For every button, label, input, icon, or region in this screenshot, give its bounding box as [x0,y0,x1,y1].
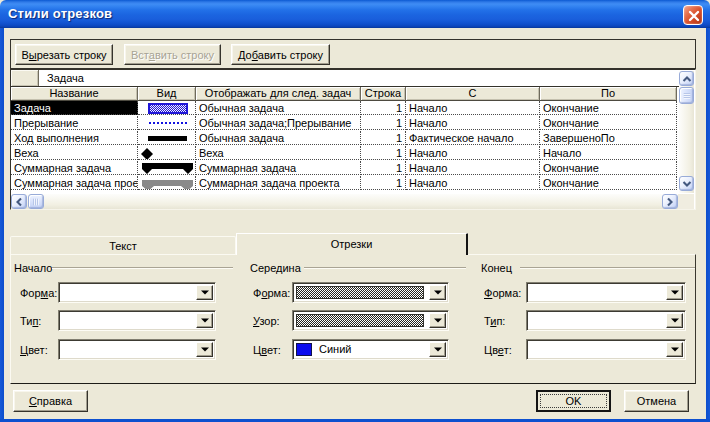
cell-from[interactable]: Начало [406,146,540,160]
window-border-left [0,28,4,422]
dropdown-arrow-icon[interactable] [666,342,683,357]
cell-to[interactable]: Окончание [540,116,677,130]
help-button[interactable]: Справка [13,390,88,412]
end-type-combobox[interactable] [526,310,686,331]
cell-name[interactable]: Задача [11,101,138,115]
cell-from[interactable]: Начало [406,176,540,190]
cell-name[interactable]: Прерывание [11,116,138,130]
cell-to[interactable]: Окончание [540,101,677,115]
cell-from[interactable]: Начало [406,161,540,175]
horizontal-scrollbar[interactable] [11,194,678,209]
dropdown-arrow-icon[interactable] [196,313,213,328]
cell-show-for[interactable]: Веха [196,146,361,160]
dropdown-arrow-icon[interactable] [429,342,446,357]
title-bar[interactable]: Стили отрезков [0,0,710,28]
cell-appearance[interactable] [138,131,196,145]
scroll-left-icon [16,197,22,206]
task-bar-shape [148,103,188,114]
middle-color-value: Синий [319,343,351,355]
cell-row[interactable]: 1 [361,176,406,190]
cell-to[interactable]: ЗавершеноПо [540,131,677,145]
dropdown-arrow-icon[interactable] [196,342,213,357]
cell-from[interactable]: Начало [406,116,540,130]
cell-appearance[interactable] [138,116,196,130]
dropdown-arrow-icon[interactable] [429,285,446,300]
cell-appearance[interactable] [138,146,196,160]
scroll-up-button[interactable] [679,71,694,86]
cell-appearance[interactable] [138,176,196,190]
cell-name[interactable]: Ход выполнения [11,131,138,145]
paste-row-button[interactable]: Вставить строку [124,44,221,65]
cell-to[interactable]: Окончание [540,176,677,190]
group-end-separator [520,267,695,269]
column-header-name[interactable]: Название [11,87,138,101]
dropdown-arrow-icon[interactable] [666,285,683,300]
column-header-to[interactable]: По [540,87,677,101]
table-row[interactable]: Веха Веха 1 Начало Начало [11,146,677,161]
table-row[interactable]: Суммарная задача Суммарная задача 1 Нача… [11,161,677,176]
cell-to[interactable]: Начало [540,146,677,160]
tab-text[interactable]: Текст [10,236,236,254]
color-swatch-blue [296,343,312,356]
entry-value[interactable]: Задача [47,72,84,84]
scroll-right-button[interactable] [662,194,678,209]
table-row[interactable]: Ход выполнения Обычная задача 1 Фактичес… [11,131,677,146]
middle-color-combobox[interactable]: Синий [292,339,449,360]
cell-from[interactable]: Фактическое начало [406,131,540,145]
table-row[interactable]: Прерывание Обычная задача;Прерывание 1 Н… [11,116,677,131]
cell-show-for[interactable]: Обычная задача [196,101,361,115]
cell-show-for[interactable]: Суммарная задача [196,161,361,175]
cell-name[interactable]: Суммарная задача [11,161,138,175]
close-button[interactable] [683,5,703,25]
cell-from[interactable]: Начало [406,101,540,115]
start-color-combobox[interactable] [58,339,216,360]
middle-shape-combobox[interactable] [292,282,449,303]
cell-row[interactable]: 1 [361,161,406,175]
insert-row-button[interactable]: Добавить строку [231,44,330,65]
cancel-button[interactable]: Отмена [624,390,689,412]
column-header-from[interactable]: С [406,87,540,101]
end-shape-combobox[interactable] [526,282,686,303]
summary-bar-shape [142,163,194,175]
scroll-down-icon [682,181,691,187]
cell-name[interactable]: Веха [11,146,138,160]
scroll-up-icon [682,76,691,82]
cut-row-button[interactable]: Вырезать строку [15,44,113,65]
group-start-title: Начало [14,262,52,274]
cell-row[interactable]: 1 [361,116,406,130]
window-border-right [706,28,710,422]
table-row[interactable]: Суммарная задача проекта Суммарная задач… [11,176,677,191]
bar-styles-table: Задача Название Вид Отображать для след.… [10,69,696,210]
column-header-show-for[interactable]: Отображать для след. задач [196,87,361,101]
start-shape-combobox[interactable] [58,282,216,303]
cell-to[interactable]: Окончание [540,161,677,175]
cell-row[interactable]: 1 [361,131,406,145]
cell-show-for[interactable]: Суммарная задача проекта [196,176,361,190]
cell-appearance[interactable] [138,101,196,115]
cell-row[interactable]: 1 [361,101,406,115]
scroll-down-button[interactable] [679,176,694,191]
column-header-appearance[interactable]: Вид [138,87,196,101]
dropdown-arrow-icon[interactable] [429,313,446,328]
entry-row-selector[interactable] [11,70,39,86]
vertical-scroll-thumb[interactable] [679,87,694,104]
middle-pattern-combobox[interactable] [292,310,449,331]
end-color-combobox[interactable] [526,339,686,360]
cell-show-for[interactable]: Обычная задача;Прерывание [196,116,361,130]
horizontal-scroll-thumb[interactable] [28,194,44,209]
cell-row[interactable]: 1 [361,146,406,160]
tab-bars[interactable]: Отрезки [236,233,468,255]
cell-name[interactable]: Суммарная задача проекта [11,176,138,190]
cell-appearance[interactable] [138,161,196,175]
start-type-combobox[interactable] [58,310,216,331]
scroll-left-button[interactable] [11,194,27,209]
table-row[interactable]: Задача Обычная задача 1 Начало Окончание [11,101,677,116]
dropdown-arrow-icon[interactable] [196,285,213,300]
ok-button[interactable]: OK [536,390,611,412]
column-header-row[interactable]: Строка [361,87,406,101]
cell-show-for[interactable]: Обычная задача [196,131,361,145]
dropdown-arrow-icon[interactable] [666,313,683,328]
table-body: Задача Обычная задача 1 Начало Окончание… [11,101,677,191]
middle-color-label: Цвет: [253,344,281,356]
vertical-scrollbar[interactable] [679,71,694,193]
